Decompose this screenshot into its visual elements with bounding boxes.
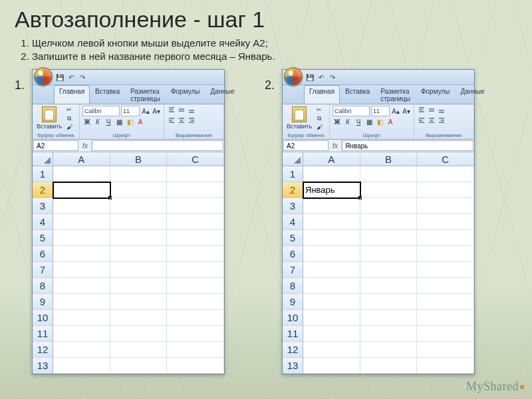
bold-button[interactable]: Ж xyxy=(332,117,342,126)
underline-button[interactable]: Ч xyxy=(354,117,363,126)
cell[interactable] xyxy=(360,342,418,358)
cell[interactable] xyxy=(360,214,418,230)
cell[interactable] xyxy=(303,326,360,342)
row-header[interactable]: 8 xyxy=(33,278,53,294)
align-bottom-icon[interactable] xyxy=(187,106,196,115)
cell[interactable] xyxy=(417,230,474,246)
cell[interactable] xyxy=(303,294,360,310)
align-middle-icon[interactable] xyxy=(427,106,436,115)
undo-icon[interactable]: ↶ xyxy=(66,72,76,82)
italic-button[interactable]: К xyxy=(343,117,352,126)
font-color-icon[interactable]: A xyxy=(136,117,145,126)
bold-button[interactable]: Ж xyxy=(82,117,92,126)
italic-button[interactable]: К xyxy=(93,117,102,126)
copy-icon[interactable]: ⧉ xyxy=(65,114,74,122)
col-header-B[interactable]: B xyxy=(110,152,168,166)
cell[interactable] xyxy=(417,166,474,182)
cell[interactable] xyxy=(303,310,360,326)
format-painter-icon[interactable]: 🖌 xyxy=(65,123,74,131)
row-header[interactable]: 13 xyxy=(33,358,53,374)
cell[interactable] xyxy=(110,262,168,278)
cell[interactable] xyxy=(53,342,110,358)
cell[interactable]: Январь xyxy=(303,182,360,198)
cell[interactable] xyxy=(417,278,474,294)
col-header-C[interactable]: C xyxy=(167,152,224,166)
select-all-corner[interactable] xyxy=(283,152,303,166)
cell[interactable] xyxy=(110,310,168,326)
cell[interactable] xyxy=(167,278,224,294)
align-left-icon[interactable] xyxy=(167,116,176,125)
font-name-combo[interactable]: Calibri xyxy=(332,106,370,116)
cell[interactable] xyxy=(167,230,224,246)
row-header[interactable]: 3 xyxy=(283,198,303,214)
fx-icon[interactable]: fx xyxy=(329,140,342,152)
office-button-icon[interactable] xyxy=(284,67,303,86)
row-header[interactable]: 1 xyxy=(283,166,303,182)
undo-icon[interactable]: ↶ xyxy=(317,72,326,82)
fx-icon[interactable]: fx xyxy=(79,140,92,152)
cut-icon[interactable]: ✂ xyxy=(65,106,74,114)
cell[interactable] xyxy=(360,326,418,342)
border-icon[interactable]: ▦ xyxy=(114,117,124,126)
formula-input[interactable]: Январь xyxy=(342,140,473,151)
save-icon[interactable]: 💾 xyxy=(55,72,65,82)
cell[interactable] xyxy=(110,214,168,230)
cell[interactable] xyxy=(167,294,224,310)
cell[interactable] xyxy=(53,262,110,278)
tab-home[interactable]: Главная xyxy=(304,85,340,104)
redo-icon[interactable]: ↷ xyxy=(328,72,337,82)
col-header-C[interactable]: C xyxy=(417,152,474,166)
cell[interactable] xyxy=(110,278,168,294)
align-middle-icon[interactable] xyxy=(177,106,186,115)
cell[interactable] xyxy=(303,246,360,262)
row-header[interactable]: 11 xyxy=(283,326,303,342)
redo-icon[interactable]: ↷ xyxy=(78,72,87,82)
cell[interactable] xyxy=(417,198,474,214)
tab-data[interactable]: Данные xyxy=(205,85,239,104)
cell[interactable] xyxy=(110,166,168,182)
cell[interactable] xyxy=(167,166,224,182)
save-icon[interactable]: 💾 xyxy=(305,72,315,82)
cell[interactable] xyxy=(110,198,168,214)
col-header-A[interactable]: A xyxy=(53,152,110,166)
align-bottom-icon[interactable] xyxy=(437,106,446,115)
cell[interactable] xyxy=(360,166,418,182)
row-header[interactable]: 13 xyxy=(283,358,303,374)
cell[interactable] xyxy=(53,182,110,198)
worksheet-grid[interactable]: A B C 12345678910111213 xyxy=(33,152,224,374)
cell[interactable] xyxy=(360,262,418,278)
cell[interactable] xyxy=(303,230,360,246)
cell[interactable] xyxy=(417,310,474,326)
row-header[interactable]: 5 xyxy=(33,230,53,246)
col-header-B[interactable]: B xyxy=(360,152,418,166)
cell[interactable] xyxy=(110,182,168,198)
cut-icon[interactable]: ✂ xyxy=(315,106,324,114)
name-box[interactable]: A2 xyxy=(283,140,329,151)
row-header[interactable]: 2 xyxy=(283,182,303,198)
cell[interactable] xyxy=(360,358,418,374)
cell[interactable] xyxy=(167,326,224,342)
row-header[interactable]: 2 xyxy=(33,182,53,198)
cell[interactable] xyxy=(417,326,474,342)
cell[interactable] xyxy=(360,310,418,326)
align-right-icon[interactable] xyxy=(187,116,196,125)
copy-icon[interactable]: ⧉ xyxy=(315,114,324,122)
tab-formulas[interactable]: Формулы xyxy=(416,85,456,104)
tab-formulas[interactable]: Формулы xyxy=(166,85,205,104)
format-painter-icon[interactable]: 🖌 xyxy=(315,123,324,131)
row-header[interactable]: 3 xyxy=(33,198,53,214)
row-header[interactable]: 12 xyxy=(283,342,303,358)
col-header-A[interactable]: A xyxy=(303,152,360,166)
cell[interactable] xyxy=(110,294,168,310)
cell[interactable] xyxy=(53,310,110,326)
row-header[interactable]: 8 xyxy=(283,278,303,294)
row-header[interactable]: 4 xyxy=(283,214,303,230)
cell[interactable] xyxy=(167,246,224,262)
cell[interactable] xyxy=(417,182,474,198)
row-header[interactable]: 9 xyxy=(283,294,303,310)
cell[interactable] xyxy=(53,230,110,246)
cell[interactable] xyxy=(360,182,418,198)
cell[interactable] xyxy=(53,246,110,262)
name-box[interactable]: A2 xyxy=(33,140,78,151)
font-size-combo[interactable]: 11 xyxy=(371,106,390,116)
